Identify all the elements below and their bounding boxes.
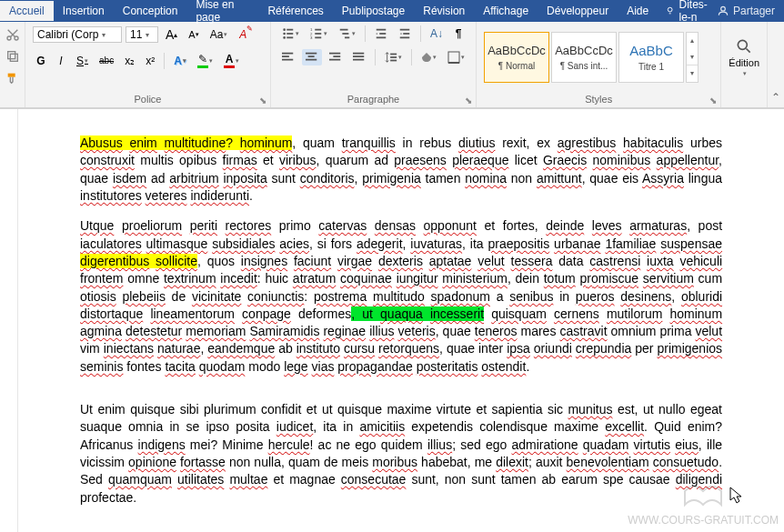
bullets-button[interactable]: ▾	[278, 25, 303, 42]
change-case-button[interactable]: Aa▾	[206, 26, 232, 43]
edition-label: Édition	[729, 57, 759, 68]
svg-rect-11	[286, 37, 293, 39]
justify-button[interactable]	[349, 49, 369, 65]
tell-me[interactable]: Dites-le-n	[665, 0, 717, 24]
tab-affichage[interactable]: Affichage	[474, 1, 538, 21]
style-titre1-name: Titre 1	[638, 62, 664, 72]
subscript-button[interactable]: x₂	[121, 53, 138, 69]
document-area: Abusus enim multitudine? hominum, quam t…	[0, 108, 784, 532]
format-painter-icon[interactable]	[5, 71, 20, 85]
group-paragraphe: ▾ 123▾ ▾ A↓ ¶ ▾ ▾ ▾ Para	[271, 22, 477, 107]
group-police-label: Police⬊	[25, 92, 270, 107]
edition-dropdown-icon[interactable]: ▾	[743, 70, 747, 77]
tell-me-label: Dites-le-n	[678, 0, 717, 24]
ribbon-tabs: Accueil Insertion Conception Mise en pag…	[0, 0, 784, 22]
underline-button[interactable]: S▾	[73, 53, 92, 69]
police-launcher-icon[interactable]: ⬊	[259, 95, 266, 105]
font-size-combo[interactable]: 11▾	[126, 26, 158, 43]
font-color-button[interactable]: A▾	[220, 51, 244, 70]
tab-developpeur[interactable]: Développeur	[538, 1, 618, 21]
svg-rect-24	[400, 29, 410, 31]
borders-button[interactable]: ▾	[444, 49, 468, 65]
strike-button[interactable]: abc	[95, 53, 117, 69]
style-normal[interactable]: AaBbCcDc ¶ Normal	[484, 32, 549, 83]
text-effects-button[interactable]: A▾	[170, 53, 190, 69]
share-label: Partager	[733, 5, 775, 17]
svg-point-0	[668, 7, 672, 12]
svg-rect-4	[10, 54, 17, 61]
svg-point-10	[283, 36, 286, 39]
person-icon	[717, 5, 729, 17]
svg-point-1	[721, 6, 726, 11]
paragraphe-launcher-icon[interactable]: ⬊	[465, 95, 472, 105]
svg-rect-13	[315, 29, 321, 31]
clear-format-button[interactable]: A✎	[235, 26, 251, 43]
ribbon: Calibri (Corp▾ 11▾ A▴ A▾ Aa▾ A✎ G I S▾ a…	[0, 22, 784, 108]
tab-insertion[interactable]: Insertion	[54, 1, 114, 21]
share-button[interactable]: Partager	[717, 5, 784, 17]
svg-rect-28	[282, 55, 289, 57]
cut-icon[interactable]	[5, 27, 20, 42]
svg-rect-29	[282, 59, 293, 61]
clipboard-sidebar	[0, 22, 25, 107]
svg-rect-37	[353, 55, 364, 57]
bold-button[interactable]: G	[33, 53, 49, 69]
indent-button[interactable]	[395, 25, 415, 42]
multilevel-list-button[interactable]: ▾	[335, 25, 359, 42]
svg-rect-21	[377, 29, 387, 31]
style-titre-1[interactable]: AaBbC Titre 1	[618, 32, 684, 83]
paragraph-3: Ut enim quisque sibi plurimum confidit e…	[80, 401, 722, 507]
line-spacing-button[interactable]: ▾	[381, 49, 406, 65]
superscript-button[interactable]: x²	[142, 53, 158, 69]
group-edition-label	[721, 92, 767, 107]
shrink-font-button[interactable]: A▾	[185, 26, 202, 43]
svg-rect-33	[329, 53, 340, 55]
svg-rect-15	[315, 33, 321, 35]
tab-references[interactable]: Références	[258, 1, 332, 21]
svg-text:3: 3	[310, 35, 313, 40]
tab-accueil[interactable]: Accueil	[0, 1, 54, 21]
document-page[interactable]: Abusus enim multitudine? hominum, quam t…	[18, 109, 784, 532]
style-sans-int[interactable]: AaBbCcDc ¶ Sans int...	[551, 32, 617, 83]
svg-point-44	[739, 40, 748, 49]
font-family-value: Calibri (Corp	[37, 28, 98, 41]
highlight-button[interactable]: ✎▾	[194, 51, 216, 70]
tab-conception[interactable]: Conception	[114, 1, 187, 21]
svg-rect-30	[306, 53, 317, 55]
styles-gallery-more[interactable]: ▴▾▾	[686, 32, 699, 83]
font-family-combo[interactable]: Calibri (Corp▾	[33, 26, 122, 43]
svg-rect-7	[286, 29, 293, 31]
find-icon[interactable]	[735, 37, 753, 55]
tab-publipostage[interactable]: Publipostage	[333, 1, 414, 21]
numbering-button[interactable]: 123▾	[307, 25, 331, 42]
italic-button[interactable]: I	[53, 53, 69, 69]
document-gutter	[0, 109, 18, 532]
svg-point-6	[283, 28, 286, 31]
group-styles: AaBbCcDc ¶ Normal AaBbCcDc ¶ Sans int...…	[477, 22, 721, 107]
style-titre1-preview: AaBbC	[629, 43, 673, 58]
align-center-button[interactable]	[302, 49, 322, 65]
svg-rect-39	[390, 54, 397, 55]
svg-rect-26	[400, 37, 410, 39]
show-marks-button[interactable]: ¶	[450, 25, 467, 42]
collapse-ribbon-button[interactable]: ⌃	[768, 22, 784, 107]
svg-rect-31	[308, 55, 315, 57]
copy-icon[interactable]	[5, 49, 20, 64]
styles-launcher-icon[interactable]: ⬊	[709, 95, 717, 105]
style-normal-preview: AaBbCcDc	[487, 44, 546, 57]
font-size-value: 11	[130, 28, 142, 41]
lightbulb-icon	[665, 5, 675, 17]
shading-button[interactable]: ▾	[417, 49, 440, 65]
align-left-button[interactable]	[278, 49, 298, 65]
outdent-button[interactable]	[371, 25, 391, 42]
paragraph-1: Abusus enim multitudine? hominum, quam t…	[80, 135, 722, 205]
svg-rect-5	[7, 52, 15, 59]
tab-aide[interactable]: Aide	[618, 1, 658, 21]
grow-font-button[interactable]: A▴	[162, 25, 181, 44]
group-styles-label: Styles⬊	[477, 92, 720, 107]
align-right-button[interactable]	[326, 49, 346, 65]
style-normal-name: ¶ Normal	[498, 61, 535, 71]
sort-button[interactable]: A↓	[427, 25, 447, 42]
tab-revision[interactable]: Révision	[414, 1, 474, 21]
svg-point-8	[283, 33, 286, 35]
